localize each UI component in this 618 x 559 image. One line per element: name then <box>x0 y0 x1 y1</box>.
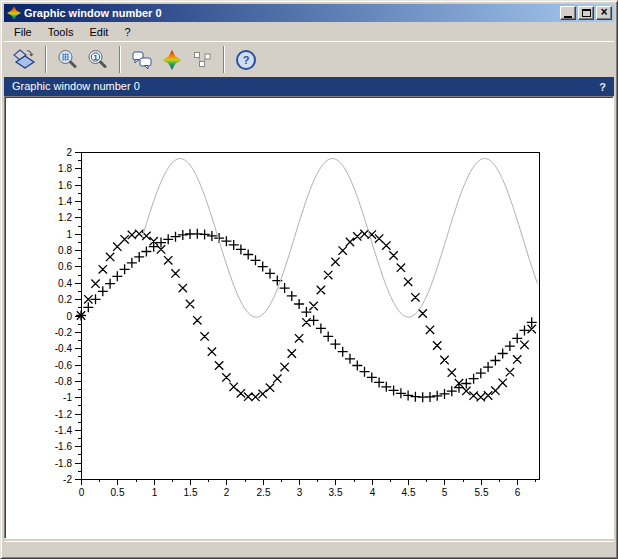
svg-text:0.4: 0.4 <box>58 278 72 289</box>
original-view-button[interactable]: 1 <box>83 45 113 75</box>
svg-text:0.2: 0.2 <box>58 294 72 305</box>
menu-bar: File Tools Edit ? <box>4 22 614 41</box>
figure-title: Graphic window number 0 <box>12 77 599 96</box>
svg-text:6: 6 <box>515 487 521 498</box>
plot-svg[interactable]: 00.511.522.533.544.555.56-2-1.8-1.6-1.4-… <box>5 97 611 538</box>
svg-text:1.8: 1.8 <box>58 163 72 174</box>
title-bar[interactable]: Graphic window number 0 × <box>4 4 614 22</box>
svg-text:-0.4: -0.4 <box>55 343 73 354</box>
close-icon: × <box>600 7 607 19</box>
zoom-area-icon <box>56 48 80 72</box>
minimize-button[interactable] <box>560 6 576 20</box>
svg-text:1.5: 1.5 <box>184 487 198 498</box>
svg-text:1.4: 1.4 <box>58 196 72 207</box>
toolbar-separator <box>223 46 225 73</box>
close-button[interactable]: × <box>596 6 612 20</box>
datatip-button[interactable] <box>187 45 217 75</box>
zoom-area-button[interactable] <box>53 45 83 75</box>
svg-text:5.5: 5.5 <box>475 487 489 498</box>
plot-canvas: 00.511.522.533.544.555.56-2-1.8-1.6-1.4-… <box>4 96 614 539</box>
svg-text:2.5: 2.5 <box>257 487 271 498</box>
figure-info-bar: Graphic window number 0 ? <box>4 77 614 96</box>
svg-text:-0.8: -0.8 <box>55 376 73 387</box>
svg-text:0: 0 <box>66 311 72 322</box>
svg-text:3: 3 <box>297 487 303 498</box>
svg-text:-2: -2 <box>63 474 72 485</box>
infobar-help-icon[interactable]: ? <box>599 81 606 93</box>
toolbar-separator <box>119 46 121 73</box>
svg-text:1: 1 <box>152 487 158 498</box>
svg-text:-0.6: -0.6 <box>55 360 73 371</box>
svg-text:-1: -1 <box>63 392 72 403</box>
menu-edit[interactable]: Edit <box>81 24 116 40</box>
svg-text:0.8: 0.8 <box>58 245 72 256</box>
svg-text:-0.2: -0.2 <box>55 327 73 338</box>
linked-nodes-icon <box>190 48 214 72</box>
toolbar-separator <box>45 46 47 73</box>
svg-text:3.5: 3.5 <box>329 487 343 498</box>
maximize-icon <box>582 9 591 17</box>
status-bar <box>4 541 614 555</box>
svg-text:4: 4 <box>370 487 376 498</box>
svg-text:-1.2: -1.2 <box>55 409 73 420</box>
svg-text:0.5: 0.5 <box>111 487 125 498</box>
svg-text:?: ? <box>243 54 250 66</box>
scilab-app-icon <box>7 6 21 20</box>
svg-text:-1.6: -1.6 <box>55 441 73 452</box>
rotate-button[interactable] <box>9 45 39 75</box>
svg-text:-1.8: -1.8 <box>55 458 73 469</box>
svg-text:1.2: 1.2 <box>58 212 72 223</box>
svg-text:0: 0 <box>79 487 85 498</box>
svg-text:0.6: 0.6 <box>58 261 72 272</box>
rotate-icon <box>12 48 36 72</box>
svg-text:1: 1 <box>66 229 72 240</box>
svg-text:-1.4: -1.4 <box>55 425 73 436</box>
svg-text:4.5: 4.5 <box>402 487 416 498</box>
svg-text:5: 5 <box>442 487 448 498</box>
help-icon: ? <box>234 48 258 72</box>
maximize-button[interactable] <box>578 6 594 20</box>
scilab-button[interactable] <box>157 45 187 75</box>
window-title: Graphic window number 0 <box>24 4 560 22</box>
speech-bubbles-icon <box>130 48 154 72</box>
graphics-editor-button[interactable] <box>127 45 157 75</box>
graphic-window: Graphic window number 0 × File Tools Edi… <box>0 0 618 559</box>
svg-text:2: 2 <box>66 147 72 158</box>
help-button[interactable]: ? <box>231 45 261 75</box>
toolbar: 1 <box>4 41 614 77</box>
minimize-icon <box>564 16 572 18</box>
menu-tools[interactable]: Tools <box>40 24 82 40</box>
svg-text:1.6: 1.6 <box>58 180 72 191</box>
svg-text:2: 2 <box>224 487 230 498</box>
menu-file[interactable]: File <box>6 24 40 40</box>
original-view-icon: 1 <box>86 48 110 72</box>
svg-text:1: 1 <box>93 53 98 62</box>
scilab-diamond-icon <box>160 48 184 72</box>
menu-help[interactable]: ? <box>116 24 138 40</box>
